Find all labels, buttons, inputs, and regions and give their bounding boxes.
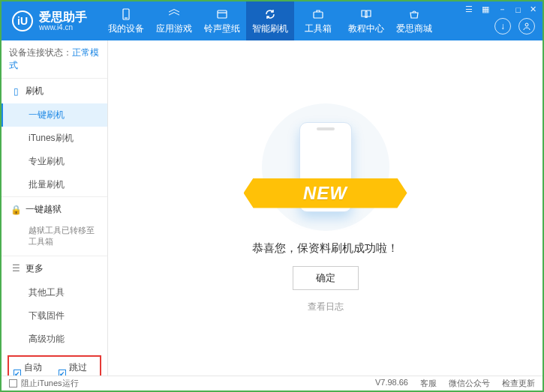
jailbreak-category: 🔒 一键越狱 xyxy=(2,197,107,222)
wallpaper-icon xyxy=(215,7,229,21)
more-section: ☰ 更多 其他工具 下载固件 高级功能 xyxy=(2,256,107,351)
view-log-link[interactable]: 查看日志 xyxy=(308,301,344,313)
phone-icon xyxy=(119,7,133,21)
new-banner: NEW xyxy=(244,178,407,208)
checkbox-label: 阻止iTunes运行 xyxy=(21,378,79,389)
user-icon[interactable] xyxy=(518,18,535,34)
list-icon: ☰ xyxy=(11,263,21,274)
statusbar: 阻止iTunes运行 V7.98.66 客服 微信公众号 检查更新 xyxy=(2,376,542,391)
sidebar-item-onekey-flash[interactable]: 一键刷机 xyxy=(2,103,107,127)
toolbox-icon xyxy=(311,7,325,21)
nav-toolbox[interactable]: 工具箱 xyxy=(294,1,342,40)
flash-category[interactable]: ▯ 刷机 xyxy=(2,79,107,103)
app-url: www.i4.cn xyxy=(39,23,87,31)
nav-store[interactable]: 爱思商城 xyxy=(390,1,438,40)
window-controls: ☰ ▦ － □ ✕ ↓ xyxy=(464,1,542,40)
checkbox-label: 跳过向导 xyxy=(69,361,96,376)
svg-point-5 xyxy=(525,23,528,26)
store-icon xyxy=(407,7,421,21)
version-label: V7.98.66 xyxy=(375,378,408,389)
book-icon xyxy=(359,7,373,21)
jailbreak-note: 越狱工具已转移至工具箱 xyxy=(2,222,107,256)
lock-icon[interactable]: ▦ xyxy=(480,4,491,14)
refresh-icon xyxy=(263,7,277,21)
nav-label: 我的设备 xyxy=(108,22,144,35)
sidebar-item-itunes-flash[interactable]: iTunes刷机 xyxy=(2,127,107,150)
check-update-link[interactable]: 检查更新 xyxy=(502,378,535,389)
block-itunes-checkbox[interactable]: 阻止iTunes运行 xyxy=(9,378,79,389)
apps-icon xyxy=(167,7,181,21)
status-label: 设备连接状态： xyxy=(9,47,72,58)
more-category[interactable]: ☰ 更多 xyxy=(2,256,107,281)
app-window: iU 爱思助手 www.i4.cn 我的设备 应用游戏 铃声壁纸 智能刷机 xyxy=(0,0,544,392)
jailbreak-section: 🔒 一键越狱 越狱工具已转移至工具箱 xyxy=(2,197,107,256)
app-name: 爱思助手 xyxy=(39,10,87,24)
category-label: 更多 xyxy=(26,262,44,275)
logo-icon: iU xyxy=(12,10,33,31)
checkbox-unchecked-icon xyxy=(9,379,17,388)
sidebar-item-advanced[interactable]: 高级功能 xyxy=(2,328,107,351)
success-illustration: NEW xyxy=(262,103,389,231)
titlebar: iU 爱思助手 www.i4.cn 我的设备 应用游戏 铃声壁纸 智能刷机 xyxy=(2,1,542,40)
main-nav: 我的设备 应用游戏 铃声壁纸 智能刷机 工具箱 教程中心 xyxy=(102,1,438,40)
nav-label: 铃声壁纸 xyxy=(204,22,240,35)
success-message: 恭喜您，保资料刷机成功啦！ xyxy=(252,241,398,256)
download-icon[interactable]: ↓ xyxy=(494,18,511,34)
nav-mydevice[interactable]: 我的设备 xyxy=(102,1,150,40)
checkbox-checked-icon: ✔ xyxy=(59,370,66,376)
nav-ringtones[interactable]: 铃声壁纸 xyxy=(198,1,246,40)
ok-button[interactable]: 确定 xyxy=(293,266,359,290)
category-label: 刷机 xyxy=(26,85,44,97)
checkbox-label: 自动激活 xyxy=(24,361,51,376)
nav-label: 智能刷机 xyxy=(252,22,288,35)
nav-tutorial[interactable]: 教程中心 xyxy=(342,1,390,40)
lock-icon: 🔒 xyxy=(11,205,21,215)
options-highlight-box: ✔ 自动激活 ✔ 跳过向导 xyxy=(8,355,101,376)
footer-right: V7.98.66 客服 微信公众号 检查更新 xyxy=(375,378,535,389)
close-button[interactable]: ✕ xyxy=(528,4,538,14)
nav-apps[interactable]: 应用游戏 xyxy=(150,1,198,40)
connection-status: 设备连接状态：正常模式 xyxy=(2,40,107,79)
sidebar-item-download-firmware[interactable]: 下载固件 xyxy=(2,304,107,328)
body: 设备连接状态：正常模式 ▯ 刷机 一键刷机 iTunes刷机 专业刷机 批量刷机… xyxy=(2,40,542,376)
phone-flash-icon: ▯ xyxy=(11,86,21,97)
nav-label: 应用游戏 xyxy=(156,22,192,35)
svg-rect-2 xyxy=(218,10,227,18)
main-content: NEW 恭喜您，保资料刷机成功啦！ 确定 查看日志 xyxy=(108,40,542,376)
support-link[interactable]: 客服 xyxy=(420,378,437,389)
checkbox-checked-icon: ✔ xyxy=(14,370,21,376)
auto-activate-checkbox[interactable]: ✔ 自动激活 xyxy=(14,361,51,376)
nav-label: 工具箱 xyxy=(305,22,332,35)
maximize-button[interactable]: □ xyxy=(514,5,522,14)
sidebar-item-batch-flash[interactable]: 批量刷机 xyxy=(2,173,107,196)
logo-area[interactable]: iU 爱思助手 www.i4.cn xyxy=(2,10,98,32)
sidebar-item-pro-flash[interactable]: 专业刷机 xyxy=(2,150,107,173)
skip-guide-checkbox[interactable]: ✔ 跳过向导 xyxy=(59,361,96,376)
sidebar-item-other-tools[interactable]: 其他工具 xyxy=(2,281,107,304)
nav-flash[interactable]: 智能刷机 xyxy=(246,1,294,40)
category-label: 一键越狱 xyxy=(26,203,62,216)
nav-label: 爱思商城 xyxy=(396,22,432,35)
logo-text: 爱思助手 www.i4.cn xyxy=(39,10,87,32)
menu-icon[interactable]: ☰ xyxy=(464,4,474,14)
flash-section: ▯ 刷机 一键刷机 iTunes刷机 专业刷机 批量刷机 xyxy=(2,79,107,197)
wechat-link[interactable]: 微信公众号 xyxy=(449,378,490,389)
svg-rect-4 xyxy=(314,12,323,18)
minimize-button[interactable]: － xyxy=(497,4,508,15)
nav-label: 教程中心 xyxy=(348,22,384,35)
sidebar: 设备连接状态：正常模式 ▯ 刷机 一键刷机 iTunes刷机 专业刷机 批量刷机… xyxy=(2,40,108,376)
